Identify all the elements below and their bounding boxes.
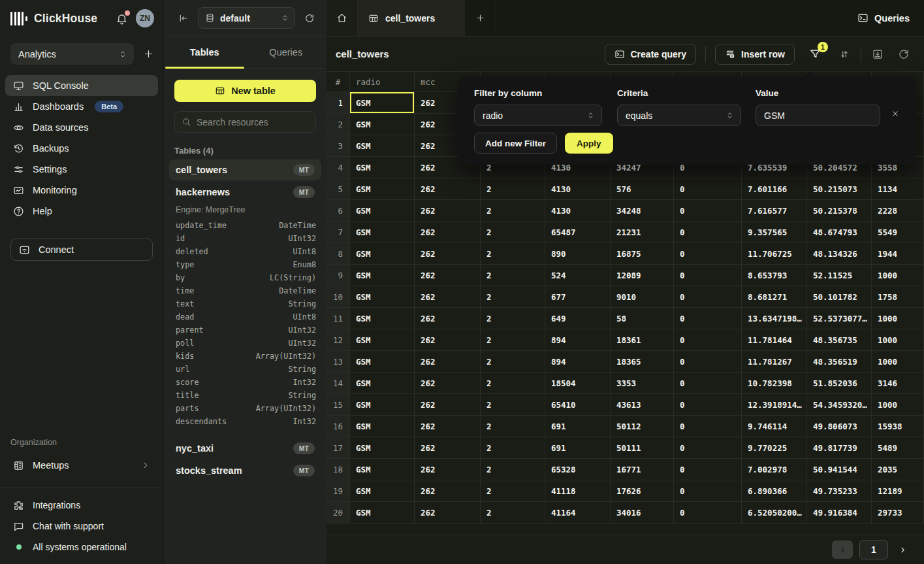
grid-cell[interactable]: 29733 [872, 502, 924, 523]
grid-cell[interactable]: 649 [545, 308, 611, 329]
add-workspace-button[interactable] [143, 48, 154, 59]
create-query-button[interactable]: Create query [605, 44, 697, 65]
grid-cell[interactable]: 4130 [545, 200, 611, 222]
grid-cell[interactable]: 6.52050200… [742, 502, 807, 523]
grid-cell[interactable]: 262 [415, 459, 481, 480]
grid-cell[interactable]: GSM [350, 480, 415, 502]
grid-cell[interactable]: 10.782398 [742, 373, 807, 394]
grid-cell[interactable]: 677 [545, 286, 611, 308]
grid-cell[interactable]: 50.215378 [807, 200, 872, 222]
table-item-nyc-taxi[interactable]: nyc_taxi MT [169, 438, 321, 459]
grid-header-cell[interactable]: # [327, 72, 350, 92]
grid-cell[interactable]: 2 [481, 178, 545, 200]
grid-cell[interactable]: GSM [350, 265, 415, 286]
grid-cell[interactable]: GSM [350, 92, 415, 114]
grid-cell[interactable]: 58 [611, 308, 674, 329]
grid-cell[interactable]: 18361 [611, 329, 674, 351]
tab-queries[interactable]: Queries [246, 37, 327, 68]
grid-cell[interactable]: 2 [481, 222, 545, 243]
sidebar-item-chat-support[interactable]: Chat with support [5, 516, 158, 537]
grid-cell[interactable]: 262 [415, 502, 481, 523]
remove-filter-icon[interactable] [891, 109, 900, 118]
sidebar-item-system-status[interactable]: All systems operational [5, 537, 158, 557]
home-button[interactable] [327, 0, 358, 36]
pagination-prev-button[interactable] [832, 540, 853, 559]
new-table-button[interactable]: New table [174, 80, 316, 102]
grid-cell[interactable]: 2 [481, 243, 545, 265]
grid-cell[interactable]: 691 [545, 416, 611, 437]
filter-button[interactable]: 1 [808, 46, 823, 61]
filter-value-input[interactable] [756, 105, 880, 126]
grid-cell[interactable]: 7.002978 [742, 459, 807, 480]
row-number-cell[interactable]: 16 [327, 416, 350, 437]
grid-cell[interactable]: 9.770225 [742, 437, 807, 459]
grid-cell[interactable]: GSM [350, 437, 415, 459]
grid-cell[interactable]: 0 [674, 351, 742, 373]
grid-cell[interactable]: 4130 [545, 178, 611, 200]
grid-cell[interactable]: 1000 [872, 265, 924, 286]
row-number-cell[interactable]: 17 [327, 437, 350, 459]
table-item-stocks-stream[interactable]: stocks_stream MT [169, 460, 321, 481]
grid-cell[interactable]: 2 [481, 502, 545, 523]
grid-cell[interactable]: 262 [415, 373, 481, 394]
grid-cell[interactable]: 2 [481, 416, 545, 437]
grid-cell[interactable]: 21231 [611, 222, 674, 243]
grid-cell[interactable]: 54.3459320… [807, 394, 872, 416]
collapse-panel-icon[interactable] [178, 13, 189, 24]
grid-cell[interactable]: 3146 [872, 373, 924, 394]
grid-cell[interactable]: 2 [481, 286, 545, 308]
grid-cell[interactable]: 52.11525 [807, 265, 872, 286]
grid-cell[interactable]: 65328 [545, 459, 611, 480]
search-input[interactable] [197, 117, 315, 127]
grid-cell[interactable]: 17626 [611, 480, 674, 502]
row-number-cell[interactable]: 19 [327, 480, 350, 502]
grid-cell[interactable]: 0 [674, 222, 742, 243]
grid-cell[interactable]: 5489 [872, 437, 924, 459]
database-select[interactable]: default [198, 7, 295, 29]
grid-cell[interactable]: 2 [481, 329, 545, 351]
download-button[interactable] [870, 47, 885, 61]
grid-cell[interactable]: 890 [545, 243, 611, 265]
grid-cell[interactable]: GSM [350, 114, 415, 135]
grid-cell[interactable]: 6.890366 [742, 480, 807, 502]
grid-cell[interactable]: 262 [415, 394, 481, 416]
table-item-cell-towers[interactable]: cell_towers MT [169, 159, 321, 180]
grid-cell[interactable]: GSM [350, 329, 415, 351]
row-number-cell[interactable]: 13 [327, 351, 350, 373]
notifications-bell-icon[interactable] [116, 12, 128, 25]
grid-cell[interactable]: 2 [481, 459, 545, 480]
connect-button[interactable]: Connect [10, 239, 153, 261]
grid-cell[interactable]: GSM [350, 459, 415, 480]
grid-cell[interactable]: 16771 [611, 459, 674, 480]
grid-cell[interactable]: GSM [350, 135, 415, 157]
grid-cell[interactable]: 691 [545, 437, 611, 459]
grid-cell[interactable]: 0 [674, 265, 742, 286]
tab-tables[interactable]: Tables [164, 37, 246, 68]
grid-cell[interactable]: 894 [545, 351, 611, 373]
grid-cell[interactable]: 0 [674, 502, 742, 523]
grid-cell[interactable]: 262 [415, 222, 481, 243]
row-number-cell[interactable]: 12 [327, 329, 350, 351]
row-number-cell[interactable]: 6 [327, 200, 350, 222]
grid-cell[interactable]: 16875 [611, 243, 674, 265]
grid-cell[interactable]: 2 [481, 308, 545, 329]
sidebar-item-sql-console[interactable]: SQL Console [5, 75, 158, 96]
grid-cell[interactable]: 50111 [611, 437, 674, 459]
grid-cell[interactable]: 2228 [872, 200, 924, 222]
grid-cell[interactable]: GSM [350, 178, 415, 200]
queries-button[interactable]: Queries [843, 0, 924, 36]
grid-cell[interactable]: 18365 [611, 351, 674, 373]
grid-header-cell[interactable]: radio [350, 72, 415, 92]
grid-cell[interactable]: 48.134326 [807, 243, 872, 265]
grid-cell[interactable]: GSM [350, 286, 415, 308]
add-new-filter-button[interactable]: Add new Filter [474, 133, 557, 154]
grid-cell[interactable]: 2 [481, 351, 545, 373]
grid-cell[interactable]: 1000 [872, 351, 924, 373]
grid-cell[interactable]: 50.215073 [807, 178, 872, 200]
grid-cell[interactable]: 262 [415, 265, 481, 286]
grid-cell[interactable]: GSM [350, 157, 415, 178]
grid-cell[interactable]: 12089 [611, 265, 674, 286]
grid-cell[interactable]: 262 [415, 437, 481, 459]
grid-cell[interactable]: 2 [481, 437, 545, 459]
grid-cell[interactable]: 0 [674, 394, 742, 416]
